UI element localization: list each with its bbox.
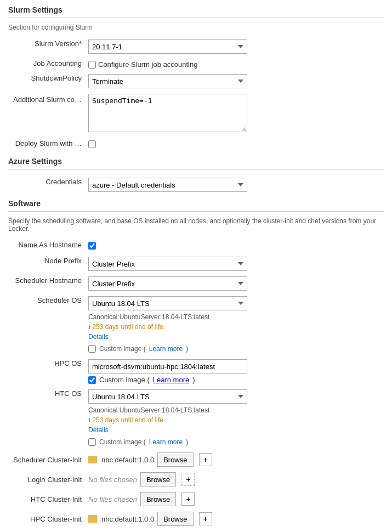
hpc-cluster-init-add-button[interactable]: + [199, 512, 212, 525]
shutdown-policy-label: ShutdownPolicy [31, 74, 82, 82]
azure-settings-section: Azure Settings Credentials azure - Defau… [8, 157, 384, 195]
software-section: Software Specify the scheduling software… [8, 199, 384, 529]
htc-os-label: HTC OS [55, 389, 82, 398]
scheduler-hostname-select[interactable]: Cluster Prefix [88, 276, 247, 291]
scheduler-cluster-init-browse-button[interactable]: Browse [157, 452, 193, 467]
slurm-version-label: Slurm Version [35, 39, 79, 48]
htc-os-custom-label: Custom image ( [99, 437, 146, 447]
scheduler-os-info-icon: ℹ [88, 324, 90, 330]
htc-os-details-link[interactable]: Details [88, 426, 109, 434]
scheduler-os-custom-label: Custom image ( [99, 344, 146, 354]
hpc-cluster-init-file: nhc:default:1.0.0 [101, 515, 154, 523]
hpc-os-custom-label: Custom image ( [99, 376, 150, 384]
job-accounting-label: Job Accounting [33, 59, 82, 67]
hpc-os-custom-checkbox[interactable] [88, 376, 96, 384]
slurm-version-select[interactable]: 20.11.7-1 [88, 39, 247, 54]
deploy-slurm-label: Deploy Slurm with … [15, 139, 82, 148]
azure-settings-title: Azure Settings [8, 157, 384, 166]
slurm-settings-section: Slurm Settings Section for configuring S… [8, 5, 384, 152]
scheduler-cluster-init-file: nhc:default:1.0.0 [101, 456, 154, 464]
shutdown-policy-select[interactable]: Terminate [88, 74, 247, 88]
htc-os-select[interactable]: Ubuntu 18.04 LTS [88, 389, 247, 404]
credentials-label: Credentials [46, 178, 82, 186]
job-accounting-checkbox[interactable] [88, 61, 96, 69]
htc-cluster-init-file: No files chosen [88, 495, 137, 503]
htc-os-info1: Canonical:UbuntuServer:18.04-LTS:latest [88, 405, 380, 415]
login-cluster-init-add-button[interactable]: + [181, 473, 195, 486]
hpc-os-learn-more-link[interactable]: Learn more [153, 376, 189, 384]
node-prefix-select[interactable]: Cluster Prefix [88, 257, 247, 271]
scheduler-cluster-init-file-icon [88, 456, 97, 463]
additional-slurm-label: Additional Slurm co… [13, 95, 82, 104]
scheduler-hostname-label: Scheduler Hostname [15, 276, 82, 285]
hpc-os-label: HPC OS [54, 359, 82, 367]
node-prefix-label: Node Prefix [44, 257, 82, 265]
additional-slurm-textarea[interactable] [88, 94, 247, 132]
htc-cluster-init-browse-button[interactable]: Browse [140, 492, 176, 506]
htc-os-learn-more-link[interactable]: Learn more [149, 437, 183, 447]
software-title: Software [8, 199, 384, 208]
htc-cluster-init-label: HTC Cluster-Init [31, 495, 82, 503]
htc-os-custom-checkbox[interactable] [88, 438, 96, 446]
name-as-hostname-label: Name As Hostname [18, 241, 82, 249]
hpc-cluster-init-browse-button[interactable]: Browse [157, 512, 193, 526]
login-cluster-init-browse-button[interactable]: Browse [140, 472, 176, 486]
scheduler-os-learn-more-link[interactable]: Learn more [149, 344, 183, 354]
scheduler-os-details-link[interactable]: Details [88, 333, 109, 341]
required-star: * [79, 39, 82, 48]
scheduler-os-custom-paren: ) [186, 344, 188, 354]
scheduler-os-custom-checkbox[interactable] [88, 345, 96, 353]
deploy-slurm-checkbox[interactable] [88, 140, 96, 148]
scheduler-cluster-init-label: Scheduler Cluster-Init [13, 456, 82, 464]
scheduler-os-select[interactable]: Ubuntu 18.04 LTS [88, 296, 247, 310]
hpc-cluster-init-label: HPC Cluster-Init [30, 515, 82, 523]
slurm-settings-title: Slurm Settings [8, 5, 384, 14]
login-cluster-init-label: Login Cluster-Init [28, 476, 82, 484]
scheduler-os-label: Scheduler OS [37, 296, 82, 304]
credentials-select[interactable]: azure - Default credentials [88, 178, 247, 192]
htc-os-info2: 253 days until end of life. [92, 416, 165, 424]
htc-os-info-icon: ℹ [88, 417, 90, 423]
scheduler-os-info2: 253 days until end of life. [92, 323, 165, 331]
htc-cluster-init-add-button[interactable]: + [181, 493, 195, 506]
hpc-os-input[interactable] [88, 359, 247, 373]
job-accounting-checkbox-label: Configure Slurm job accounting [98, 60, 197, 69]
name-as-hostname-checkbox[interactable] [88, 242, 96, 250]
hpc-cluster-init-file-icon [88, 515, 97, 523]
scheduler-cluster-init-add-button[interactable]: + [199, 453, 212, 466]
software-desc: Specify the scheduling software, and bas… [8, 217, 384, 233]
scheduler-os-info1: Canonical:UbuntuServer:18.04-LTS:latest [88, 312, 380, 322]
slurm-settings-desc: Section for configuring Slurm [8, 24, 384, 31]
login-cluster-init-file: No files chosen [88, 476, 137, 484]
